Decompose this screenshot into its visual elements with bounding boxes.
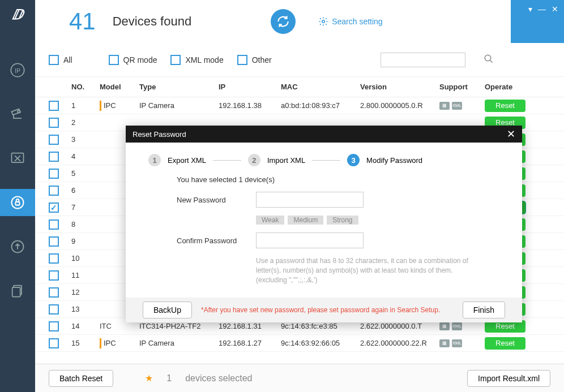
cell-mac: 9c:14:63:92:66:05 — [281, 339, 360, 347]
window-controls: ▾ — ✕ — [511, 0, 564, 43]
qr-icon: ▦ — [439, 102, 450, 110]
search-setting-link[interactable]: Search setting — [318, 16, 383, 27]
cell-mac: 9c:14:63:fc:e3:85 — [281, 322, 360, 330]
cell-version: 2.800.0000005.0.R — [360, 101, 439, 110]
filter-other-checkbox[interactable] — [237, 55, 247, 65]
sidebar-item-camera[interactable] — [0, 101, 35, 128]
modal-close-icon[interactable]: ✕ — [507, 128, 515, 140]
refresh-button[interactable] — [271, 9, 296, 34]
ip-icon: IP — [10, 62, 25, 78]
refresh-icon — [276, 14, 290, 29]
sidebar-item-docs[interactable] — [0, 277, 35, 304]
selected-label: devices selected — [185, 373, 252, 384]
filter-qr-label: QR mode — [123, 55, 157, 64]
row-checkbox[interactable] — [49, 321, 59, 331]
cell-no: 4 — [71, 152, 100, 161]
xml-icon: XML — [452, 339, 462, 347]
confirm-password-label: Confirm Password — [177, 236, 245, 245]
row-checkbox[interactable] — [49, 304, 59, 315]
backup-button[interactable]: BackUp — [143, 301, 192, 318]
row-checkbox[interactable] — [49, 135, 59, 145]
svg-text:IP: IP — [15, 67, 20, 74]
window-dropdown-icon[interactable]: ▾ — [528, 5, 532, 14]
cell-no: 15 — [71, 339, 100, 347]
col-version: Version — [360, 83, 439, 91]
row-checkbox[interactable] — [49, 203, 59, 213]
row-checkbox[interactable] — [49, 186, 59, 196]
sidebar-item-ip[interactable]: IP — [0, 57, 35, 84]
filter-all-checkbox[interactable] — [49, 55, 59, 65]
modal-title: Reset Password — [133, 130, 186, 139]
cell-version: 2.622.0000000.0.T — [360, 322, 439, 330]
window-minimize-icon[interactable]: — — [538, 5, 546, 14]
col-support: Support — [439, 83, 485, 91]
reset-password-modal: Reset Password ✕ 1 Export XML 2 Import X… — [126, 126, 522, 322]
footer: Batch Reset ★ 1 devices selected Import … — [35, 364, 564, 392]
filter-all-label: All — [63, 55, 72, 64]
lock-icon — [10, 195, 25, 210]
table-row[interactable]: 1IPCIP Camera192.168.1.38a0:bd:1d:08:93:… — [35, 97, 564, 114]
camera-icon — [10, 106, 25, 122]
search-icon[interactable] — [484, 54, 494, 66]
row-checkbox[interactable] — [49, 236, 59, 247]
batch-reset-button[interactable]: Batch Reset — [49, 370, 113, 387]
finish-button[interactable]: Finish — [463, 301, 505, 318]
window-close-icon[interactable]: ✕ — [552, 5, 558, 14]
cell-type: IP Camera — [139, 339, 219, 347]
filter-xml-label: XML mode — [185, 55, 223, 64]
cell-support: ▦XML — [439, 339, 485, 347]
upload-icon — [10, 239, 25, 255]
cell-no: 6 — [71, 186, 100, 195]
svg-rect-5 — [16, 202, 20, 205]
gear-icon — [318, 16, 328, 27]
step-2-num: 2 — [248, 154, 260, 166]
reset-button[interactable]: Reset — [485, 337, 525, 350]
filter-xml-checkbox[interactable] — [170, 55, 181, 65]
cell-type: IP Camera — [139, 101, 219, 110]
confirm-password-input[interactable] — [256, 232, 364, 248]
devices-found-label: Devices found — [113, 14, 191, 29]
table-row[interactable]: 15IPCIP Camera192.168.1.279c:14:63:92:66… — [35, 335, 564, 352]
reset-button[interactable]: Reset — [485, 100, 525, 112]
cell-model: IPC — [100, 101, 139, 111]
cell-model: ITC — [100, 322, 139, 330]
row-checkbox[interactable] — [49, 270, 59, 281]
sidebar-item-tools[interactable] — [0, 145, 35, 172]
header: 41 Devices found Search setting — [35, 0, 564, 43]
cell-model: IPC — [100, 338, 139, 348]
row-checkbox[interactable] — [49, 219, 59, 230]
col-operate: Operate — [485, 83, 541, 91]
new-password-label: New Password — [177, 196, 245, 204]
row-checkbox[interactable] — [49, 287, 59, 298]
row-checkbox[interactable] — [49, 101, 59, 111]
docs-icon — [10, 283, 25, 299]
cell-no: 2 — [71, 118, 100, 127]
svg-point-2 — [18, 110, 20, 113]
star-icon: ★ — [145, 373, 153, 384]
strength-medium: Medium — [288, 216, 323, 225]
cell-no: 5 — [71, 169, 100, 178]
row-checkbox[interactable] — [49, 253, 59, 264]
row-checkbox[interactable] — [49, 118, 59, 128]
qr-icon: ▦ — [439, 322, 450, 330]
row-checkbox[interactable] — [49, 169, 59, 179]
cell-ip: 192.168.1.27 — [219, 339, 281, 347]
strength-weak: Weak — [256, 216, 284, 225]
password-strength: Weak Medium Strong — [256, 216, 471, 225]
cell-no: 1 — [71, 101, 100, 110]
row-checkbox[interactable] — [49, 152, 59, 162]
sidebar-item-lock[interactable] — [0, 189, 35, 216]
new-password-input[interactable] — [256, 192, 364, 208]
sidebar: ⅅ IP — [0, 0, 35, 392]
step-2-label: Import XML — [267, 156, 305, 165]
import-result-button[interactable]: Import Result.xml — [467, 370, 550, 387]
sidebar-item-upload[interactable] — [0, 233, 35, 260]
selected-devices-msg: You have selected 1 device(s) — [177, 175, 471, 184]
row-checkbox[interactable] — [49, 338, 59, 348]
step-1-label: Export XML — [168, 156, 206, 165]
search-input[interactable] — [381, 53, 465, 67]
modal-warning: *After you have set new password, please… — [201, 306, 440, 314]
filter-qr-checkbox[interactable] — [109, 55, 119, 65]
password-hint: Use a password that has 8 to 32 characte… — [256, 256, 482, 285]
strength-strong: Strong — [327, 216, 358, 225]
